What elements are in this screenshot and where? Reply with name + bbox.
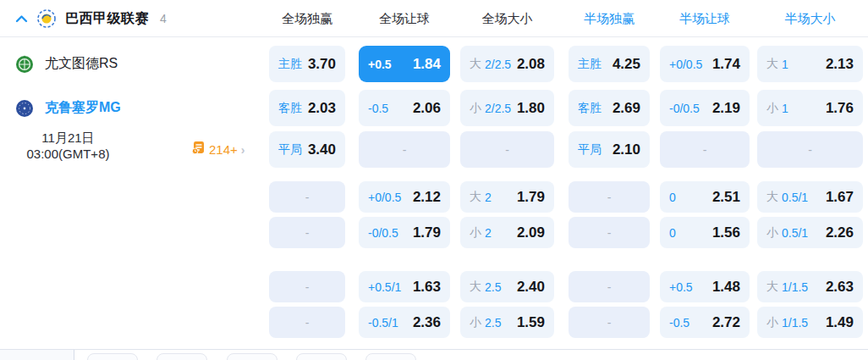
odds-cell[interactable]: -0/0.51.79 [359, 217, 450, 248]
odds-cell[interactable]: 主胜4.25 [569, 46, 650, 82]
odds-value: 3.70 [308, 56, 336, 73]
collapse-chevron-up-icon[interactable] [15, 14, 28, 23]
odds-value: 1.63 [413, 279, 441, 296]
odds-cell[interactable]: 大21.79 [460, 181, 554, 213]
odds-value: 2.51 [712, 189, 740, 206]
odds-value: 1.56 [712, 224, 740, 241]
bottom-divider [0, 349, 868, 350]
odds-line-label: 0 [669, 191, 676, 204]
odds-cell[interactable]: 客胜2.03 [269, 90, 345, 126]
odds-cell[interactable]: 大0.5/11.67 [757, 181, 863, 213]
odds-value: 1.67 [826, 189, 854, 206]
odds-value: 1.84 [413, 56, 441, 73]
odds-label-group: 小2/2.5 [470, 101, 511, 116]
odds-cell[interactable]: 大12.13 [757, 46, 863, 82]
odds-cell[interactable]: +0.51.48 [660, 271, 750, 302]
odds-line-label: +0.5 [368, 58, 392, 71]
odds-cell[interactable]: 小2.51.59 [460, 307, 554, 338]
odds-label-group: +0.5/1 [368, 280, 401, 294]
bottom-tab-stub[interactable] [365, 353, 416, 360]
bottom-left-panel [0, 350, 74, 360]
odds-line-label: 2/2.5 [485, 102, 511, 115]
odds-cell[interactable]: 平局2.10 [569, 131, 650, 168]
odds-cell[interactable]: 小11.76 [757, 90, 863, 126]
odds-cell[interactable]: 客胜2.69 [569, 90, 650, 126]
ou-direction-label: 大 [766, 280, 778, 295]
odds-cell-empty: - [269, 307, 345, 338]
odds-line-label: 1 [782, 58, 788, 71]
odds-cell[interactable]: 02.51 [660, 181, 750, 213]
odds-label-group: 小1/1.5 [766, 315, 808, 330]
odds-cell[interactable]: +0/0.51.74 [660, 46, 750, 82]
odds-cell[interactable]: 大2/2.52.08 [460, 46, 554, 82]
bottom-tab-stub[interactable] [157, 353, 207, 360]
odds-line-label: +0/0.5 [669, 58, 702, 71]
odds-cell-empty: - [660, 131, 750, 168]
odds-cell[interactable]: 大1/1.52.63 [757, 271, 863, 302]
odds-cell[interactable]: -0.52.06 [359, 90, 450, 126]
odds-row: --0/0.51.79小22.09-01.56小0.5/12.26 [0, 217, 868, 248]
odds-value: 1.48 [712, 279, 740, 296]
odds-line-label: 2.5 [485, 280, 501, 294]
odds-line-label: -0/0.5 [368, 226, 398, 240]
odds-label-group: -0.5/1 [368, 316, 398, 330]
ou-direction-label: 小 [766, 101, 778, 116]
no-odds-dash: - [505, 143, 509, 157]
odds-cell[interactable]: +0/0.52.12 [359, 181, 450, 213]
odds-value: 2.26 [826, 224, 854, 241]
no-odds-dash: - [808, 143, 812, 157]
odds-line-label: 0.5/1 [782, 226, 808, 240]
odds-line-label: +0.5 [669, 280, 693, 294]
column-header-half-1x2: 半场独赢 [569, 0, 650, 37]
odds-line-label: 2 [485, 191, 492, 204]
odds-label-group: 0 [669, 191, 676, 204]
odds-label-group: +0.5 [368, 58, 392, 71]
odds-label-group: 大2 [470, 190, 492, 205]
ou-direction-label: 大 [766, 190, 778, 205]
odds-cell[interactable]: +0.5/11.63 [359, 271, 450, 302]
odds-row: 客胜2.03-0.52.06小2/2.51.80客胜2.69-0/0.52.19… [0, 90, 868, 126]
odds-row: -+0.5/11.63大2.52.40-+0.51.48大1/1.52.63 [0, 271, 868, 302]
odds-cell[interactable]: 主胜3.70 [269, 46, 345, 82]
odds-label-group: 大2/2.5 [470, 57, 511, 72]
odds-line-label: 2 [485, 226, 492, 240]
odds-cell[interactable]: 小2/2.51.80 [460, 90, 554, 126]
odds-label-group: 小0.5/1 [766, 225, 808, 241]
bottom-tab-stub[interactable] [87, 353, 138, 360]
odds-label-group: -0/0.5 [669, 102, 700, 115]
odds-cell[interactable]: -0.5/12.36 [359, 307, 450, 338]
league-name: 巴西甲级联赛 [65, 10, 149, 28]
odds-cell[interactable]: 平局3.40 [269, 131, 345, 168]
odds-cell[interactable]: 01.56 [660, 217, 750, 248]
no-odds-dash: - [607, 280, 612, 294]
odds-cell[interactable]: +0.51.84 [359, 46, 450, 82]
odds-cell[interactable]: 小0.5/12.26 [757, 217, 863, 248]
odds-line-label: 2/2.5 [485, 58, 511, 71]
odds-line-label: -0/0.5 [669, 102, 700, 115]
odds-row: -+0/0.52.12大21.79-02.51大0.5/11.67 [0, 181, 868, 213]
no-odds-dash: - [305, 280, 310, 294]
ou-direction-label: 小 [766, 225, 778, 241]
ou-direction-label: 小 [470, 315, 481, 330]
odds-row: 主胜3.70+0.51.84大2/2.52.08主胜4.25+0/0.51.74… [0, 46, 868, 82]
odds-label-group: 平局 [578, 142, 602, 158]
odds-cell[interactable]: 小1/1.51.49 [757, 307, 863, 338]
no-odds-dash: - [607, 316, 612, 330]
bottom-tab-stub[interactable] [227, 353, 277, 360]
odds-cell[interactable]: -0/0.52.19 [660, 90, 750, 126]
bottom-tab-stub[interactable] [296, 353, 347, 360]
no-odds-dash: - [403, 143, 407, 157]
odds-cell[interactable]: -0.52.72 [660, 307, 750, 338]
odds-value: 1.76 [826, 100, 854, 117]
odds-label-group: 主胜 [278, 57, 302, 72]
odds-cell-empty: - [569, 271, 650, 302]
odds-cell[interactable]: 大2.52.40 [460, 271, 554, 302]
odds-label-group: 主胜 [578, 57, 602, 72]
odds-cell[interactable]: 小22.09 [460, 217, 554, 248]
column-header-full-ou: 全场大小 [460, 0, 554, 37]
no-odds-dash: - [607, 191, 612, 204]
odds-cell-empty: - [569, 307, 650, 338]
ou-direction-label: 大 [470, 190, 481, 205]
ou-direction-label: 大 [470, 280, 481, 295]
ou-direction-label: 小 [470, 225, 481, 241]
